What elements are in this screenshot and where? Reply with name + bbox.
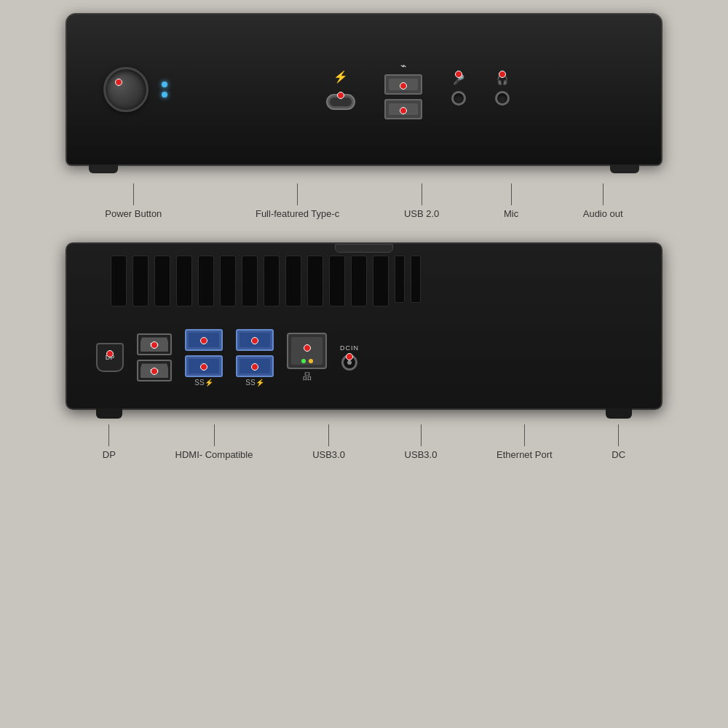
label-dp: DP — [103, 424, 116, 462]
ss-left-symbol: SS⚡ — [194, 379, 213, 387]
usb2-stack — [384, 74, 422, 119]
ports-row-bottom: HD HD — [96, 329, 632, 387]
label-text-dp: DP — [103, 449, 116, 462]
usb3-lb-dot — [200, 363, 207, 371]
vent-13 — [373, 256, 389, 306]
foot-left — [96, 408, 122, 419]
mic-dot — [455, 71, 462, 78]
vent-11 — [329, 256, 345, 306]
label-line-typec — [297, 183, 298, 205]
usb2-port-top — [384, 74, 422, 95]
audio-dot — [499, 71, 506, 78]
eth-symbol: 品 — [303, 371, 312, 383]
label-usb2: USB 2.0 — [404, 183, 439, 221]
ports-row-top: ⚡ ⌁ — [211, 60, 625, 119]
label-text-typec: Full-featured Type-c — [256, 208, 339, 221]
label-line-usb3-right — [421, 424, 422, 446]
usb3-right-top — [236, 329, 274, 351]
label-hdmi: HDMI- Compatible — [175, 424, 253, 462]
label-power: Power Button — [105, 183, 162, 221]
audio-port-wrapper: 🎧 — [495, 74, 510, 106]
label-text-hdmi: HDMI- Compatible — [175, 449, 253, 462]
label-audio: Audio out — [583, 183, 623, 221]
thunderbolt-icon: ⚡ — [333, 70, 348, 84]
label-text-usb2: USB 2.0 — [404, 208, 439, 221]
dp-port-wrapper — [96, 343, 124, 372]
vent-3 — [154, 256, 170, 306]
vent-9 — [285, 256, 301, 306]
ethernet-port-wrapper: 品 — [287, 333, 327, 383]
hdmi-port-2: HD — [137, 360, 172, 381]
top-section: ⚡ ⌁ — [22, 13, 706, 221]
eth-leds — [301, 359, 313, 363]
vents-row — [111, 256, 588, 306]
label-line-mic — [511, 183, 512, 205]
typec-port-wrapper: ⚡ — [326, 70, 355, 110]
label-typec: Full-featured Type-c — [256, 183, 339, 221]
ss-right-symbol: SS⚡ — [245, 379, 264, 387]
vent-7 — [242, 256, 258, 306]
usb3-left-stack — [185, 329, 223, 377]
usb3-right-stack — [236, 329, 274, 377]
typec-dot — [337, 92, 344, 99]
device-top-view: ⚡ ⌁ — [66, 13, 662, 166]
vent-sm-1 — [395, 256, 405, 303]
dc-port — [341, 355, 357, 371]
power-button-dot — [115, 79, 122, 86]
label-mic: Mic — [504, 183, 518, 221]
label-line-audio — [603, 183, 604, 205]
label-text-audio: Audio out — [583, 208, 623, 221]
usb2-top-dot — [400, 82, 407, 90]
vent-2 — [132, 256, 149, 306]
usb3-right-bottom — [236, 355, 274, 377]
vent-1 — [111, 256, 127, 306]
mic-port-wrapper: 🎤 — [451, 74, 466, 106]
eth-dot — [304, 344, 311, 352]
usb3-lt-dot — [200, 337, 207, 344]
usb3-right-wrapper: SS⚡ — [236, 329, 274, 387]
dcin-label: DCIN — [340, 344, 359, 352]
dp-port — [96, 343, 124, 372]
audio-port — [495, 91, 510, 106]
label-line-hdmi — [214, 424, 215, 446]
power-button[interactable] — [103, 67, 149, 112]
hdmi-stack: HD HD — [137, 333, 172, 381]
eth-led-yellow — [309, 359, 313, 363]
usb3-left-top — [185, 329, 223, 351]
mic-port — [451, 91, 466, 106]
vent-8 — [264, 256, 280, 306]
led-top — [162, 82, 167, 87]
vent-10 — [307, 256, 323, 306]
usb2-port-bottom — [384, 99, 422, 119]
labels-bottom: DP HDMI- Compatible USB3.0 USB3.0 Ethern… — [66, 424, 662, 462]
label-text-usb3-right: USB3.0 — [405, 449, 438, 462]
foot-right — [606, 408, 632, 419]
label-line-power — [133, 183, 134, 205]
vent-5 — [198, 256, 214, 306]
main-container: ⚡ ⌁ — [0, 0, 728, 728]
usb2-bottom-dot — [400, 107, 407, 114]
hdmi1-dot — [151, 341, 158, 349]
eth-led-green — [301, 359, 306, 363]
vent-12 — [351, 256, 367, 306]
label-line-usb2 — [422, 183, 422, 205]
led-bottom — [162, 92, 167, 98]
label-text-power: Power Button — [105, 208, 162, 221]
led-indicators — [162, 82, 167, 98]
ethernet-port — [287, 333, 327, 369]
label-line-dp — [108, 424, 109, 446]
vent-sm-2 — [411, 256, 421, 303]
hdmi2-dot — [151, 368, 158, 375]
label-usb3-left: USB3.0 — [312, 424, 345, 462]
dp-dot — [106, 350, 114, 357]
label-text-ethernet: Ethernet Port — [496, 449, 553, 462]
label-usb3-right: USB3.0 — [405, 424, 438, 462]
label-text-usb3-left: USB3.0 — [312, 449, 345, 462]
label-text-dc: DC — [612, 449, 625, 462]
device-bottom-view: HD HD — [66, 242, 662, 410]
device-handle — [335, 244, 393, 253]
label-line-dc — [618, 424, 619, 446]
label-ethernet: Ethernet Port — [496, 424, 553, 462]
label-line-usb3-left — [328, 424, 329, 446]
typec-port — [326, 94, 355, 110]
